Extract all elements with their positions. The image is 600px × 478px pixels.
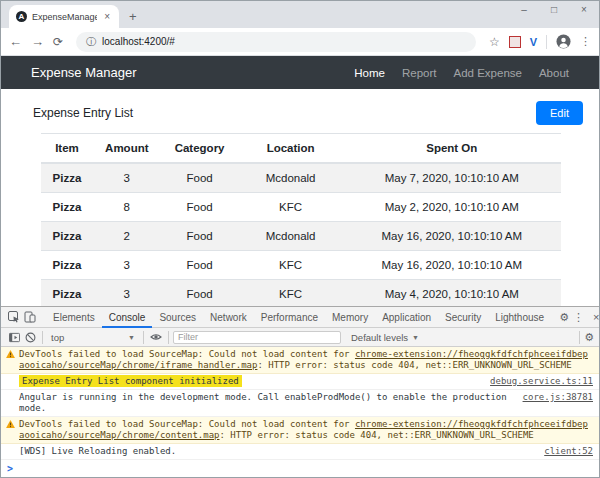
warning-text: DevTools failed to load SourceMap: Could…: [19, 349, 593, 371]
reload-icon[interactable]: ⟳: [53, 35, 63, 49]
log-levels-selector[interactable]: Default levels ▼: [351, 332, 419, 343]
window-controls: – □ ×: [509, 1, 599, 20]
tab-sources[interactable]: Sources: [152, 307, 203, 328]
cell-amount: 3: [93, 280, 161, 309]
url-text[interactable]: localhost:4200/#: [102, 36, 175, 47]
warning-prefix: DevTools failed to load SourceMap: Could…: [19, 349, 355, 359]
forward-icon[interactable]: →: [31, 35, 44, 48]
tab-security[interactable]: Security: [438, 307, 488, 328]
console-warning: DevTools failed to load SourceMap: Could…: [1, 347, 599, 374]
cell-category: Food: [161, 193, 239, 222]
col-header-spent-on: Spent On: [343, 134, 561, 164]
new-tab-button[interactable]: +: [129, 9, 137, 24]
live-expression-eye-icon[interactable]: [148, 330, 164, 345]
tab-title: ExpenseManager: [32, 12, 97, 22]
nav-link-add-expense[interactable]: Add Expense: [454, 67, 522, 79]
table-row: Pizza 3 Food KFC May 4, 2020, 10:10:10 A…: [41, 280, 561, 309]
cell-spent-on: May 2, 2020, 10:10:10 AM: [343, 193, 561, 222]
cell-spent-on: May 4, 2020, 10:10:10 AM: [343, 280, 561, 309]
expense-table: Item Amount Category Location Spent On P…: [41, 133, 561, 308]
log-text: [WDS] Live Reloading enabled.: [19, 446, 532, 457]
devtools-close-icon[interactable]: ×: [588, 311, 600, 323]
inspect-element-icon[interactable]: [6, 310, 22, 325]
bookmark-star-icon[interactable]: ☆: [489, 35, 500, 49]
table-header-row: Item Amount Category Location Spent On: [41, 134, 561, 164]
warning-text: DevTools failed to load SourceMap: Could…: [19, 419, 593, 441]
source-link[interactable]: core.js:38781: [523, 392, 593, 403]
devtools-settings-icon[interactable]: ⚙: [559, 311, 569, 324]
tab-elements[interactable]: Elements: [46, 307, 102, 328]
tab-network[interactable]: Network: [203, 307, 254, 328]
cell-item: Pizza: [41, 163, 93, 193]
profile-avatar-icon[interactable]: [556, 34, 571, 49]
table-row: Pizza 3 Food KFC May 16, 2020, 10:10:10 …: [41, 251, 561, 280]
table-row: Pizza 3 Food Mcdonald May 7, 2020, 10:10…: [41, 163, 561, 193]
app-brand[interactable]: Expense Manager: [31, 65, 354, 80]
console-log: DevTools failed to load SourceMap: Could…: [1, 347, 599, 478]
devtools-menu-icon[interactable]: ⋮: [569, 311, 588, 324]
devtools-tab-bar: Elements Console Sources Network Perform…: [1, 307, 599, 328]
address-bar[interactable]: ⓘ localhost:4200/#: [76, 32, 476, 52]
warning-suffix: : HTTP error: status code 404, net::ERR_…: [219, 430, 533, 440]
source-link[interactable]: client:52: [544, 446, 593, 457]
minimize-button[interactable]: –: [509, 1, 539, 20]
cell-location: Mcdonald: [239, 163, 343, 193]
cell-category: Food: [161, 280, 239, 309]
window-close-button[interactable]: ×: [569, 1, 599, 20]
nav-link-home[interactable]: Home: [354, 67, 385, 79]
cell-spent-on: May 7, 2020, 10:10:10 AM: [343, 163, 561, 193]
browser-window: A ExpenseManager × + – □ × ← → ⟳ ⓘ local…: [0, 0, 600, 478]
console-message: Expense Entry List component initialized…: [1, 374, 599, 390]
col-header-item: Item: [41, 134, 93, 164]
cell-amount: 2: [93, 222, 161, 251]
tab-memory[interactable]: Memory: [325, 307, 375, 328]
console-filter-input[interactable]: [173, 331, 341, 344]
edit-button[interactable]: Edit: [536, 101, 583, 125]
console-toolbar: top ▼ Default levels ▼ ⚙: [1, 328, 599, 347]
page-content: Expense Entry List Edit Item Amount Cate…: [1, 89, 599, 306]
tab-application[interactable]: Application: [375, 307, 438, 328]
cell-item: Pizza: [41, 193, 93, 222]
back-icon[interactable]: ←: [9, 35, 22, 48]
cell-amount: 3: [93, 163, 161, 193]
cell-location: KFC: [239, 193, 343, 222]
tab-console[interactable]: Console: [102, 307, 153, 328]
chevron-down-icon: ▼: [412, 334, 419, 341]
clear-console-icon[interactable]: [22, 330, 38, 345]
tab-performance[interactable]: Performance: [254, 307, 325, 328]
console-message: Angular is running in the development mo…: [1, 390, 599, 417]
console-divider: [168, 331, 169, 344]
nav-links: Home Report Add Expense About: [354, 67, 569, 79]
console-prompt[interactable]: >: [1, 460, 599, 477]
maximize-button[interactable]: □: [539, 1, 569, 20]
col-header-amount: Amount: [93, 134, 161, 164]
site-info-icon[interactable]: ⓘ: [86, 35, 96, 49]
log-levels-value: Default levels: [351, 332, 408, 343]
device-toolbar-icon[interactable]: [22, 310, 38, 325]
table-row: Pizza 8 Food KFC May 2, 2020, 10:10:10 A…: [41, 193, 561, 222]
angular-favicon-icon: A: [16, 11, 27, 22]
table-row: Pizza 2 Food Mcdonald May 16, 2020, 10:1…: [41, 222, 561, 251]
extension-icon-v[interactable]: V: [530, 36, 537, 48]
heading-row: Expense Entry List Edit: [1, 89, 599, 129]
app-navbar: Expense Manager Home Report Add Expense …: [1, 56, 599, 89]
context-selector[interactable]: top ▼: [47, 332, 139, 343]
cell-location: KFC: [239, 280, 343, 309]
console-settings-icon[interactable]: ⚙: [584, 331, 594, 344]
source-link[interactable]: debug.service.ts:11: [490, 376, 593, 387]
tab-lighthouse[interactable]: Lighthouse: [488, 307, 551, 328]
tab-strip: A ExpenseManager × + – □ ×: [1, 1, 599, 28]
extension-icon-red[interactable]: [509, 36, 521, 48]
console-sidebar-icon[interactable]: [6, 330, 22, 345]
console-divider: [143, 331, 144, 344]
chrome-menu-icon[interactable]: ⋮: [580, 35, 591, 48]
log-text: Angular is running in the development mo…: [19, 392, 511, 414]
tab-close-icon[interactable]: ×: [102, 11, 112, 22]
nav-link-report[interactable]: Report: [402, 67, 437, 79]
cell-amount: 8: [93, 193, 161, 222]
log-text: Expense Entry List component initialized: [19, 376, 478, 387]
browser-tab[interactable]: A ExpenseManager ×: [9, 5, 119, 28]
nav-link-about[interactable]: About: [539, 67, 569, 79]
devtools-panel: Elements Console Sources Network Perform…: [1, 306, 599, 478]
warning-icon: [6, 420, 15, 431]
